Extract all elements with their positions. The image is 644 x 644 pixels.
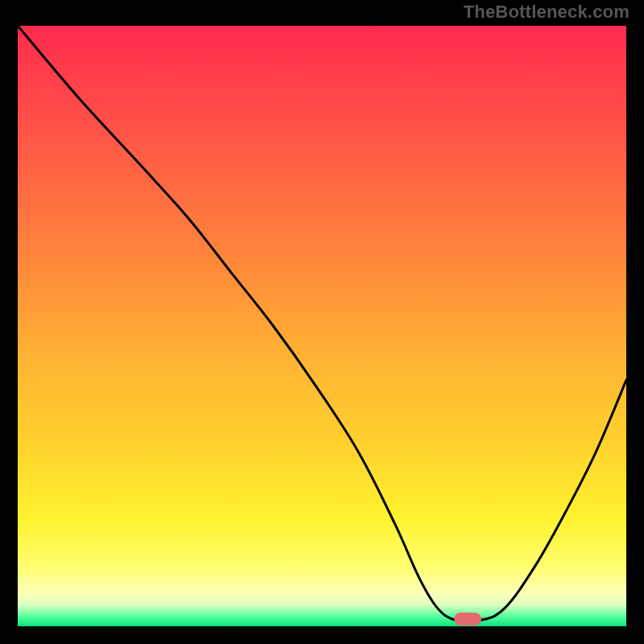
watermark-text: TheBottleneck.com <box>464 2 630 23</box>
chart-frame: TheBottleneck.com <box>0 0 644 644</box>
chart-marker <box>454 613 481 625</box>
chart-background-gradient <box>18 26 626 626</box>
chart-plot <box>18 26 626 626</box>
plot-border <box>14 23 630 630</box>
